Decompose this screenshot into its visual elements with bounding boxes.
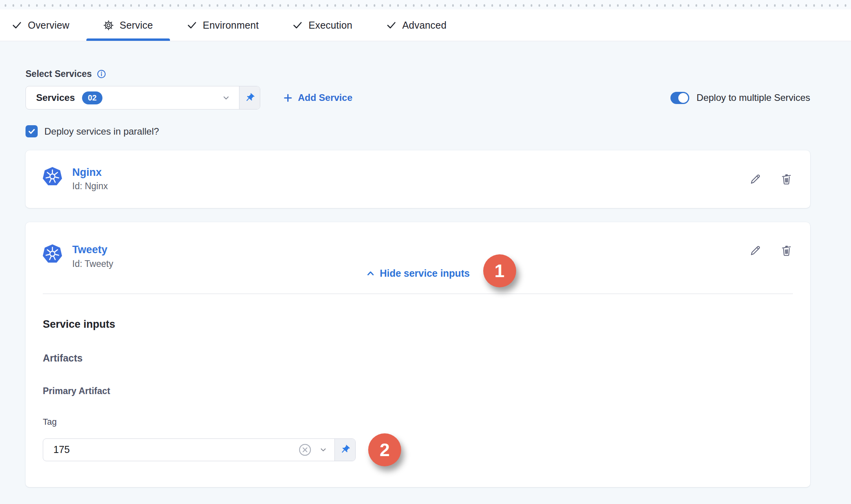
pin-icon — [245, 93, 255, 103]
tag-label: Tag — [43, 417, 793, 427]
service-name-link[interactable]: Tweety — [72, 244, 113, 256]
tab-label: Service — [120, 20, 153, 31]
delete-trash-icon[interactable] — [780, 244, 793, 257]
pin-icon — [340, 444, 351, 455]
delete-trash-icon[interactable] — [780, 173, 793, 186]
annotation-marker-2: 2 — [368, 433, 401, 466]
tab-execution[interactable]: Execution — [276, 9, 369, 41]
chevron-down-icon[interactable] — [318, 445, 328, 455]
service-card-nginx: Nginx Id: Nginx — [26, 150, 810, 208]
service-card-tweety: Tweety Id: Tweety — [26, 222, 810, 487]
deploy-multiple-services-label: Deploy to multiple Services — [697, 92, 810, 103]
tab-label: Environment — [203, 20, 259, 31]
add-service-button[interactable]: Add Service — [283, 92, 352, 103]
tag-input[interactable] — [47, 444, 292, 455]
edit-pencil-icon[interactable] — [749, 244, 762, 257]
info-icon[interactable] — [97, 69, 106, 79]
plus-icon — [283, 93, 293, 103]
tab-label: Overview — [28, 20, 69, 31]
check-icon — [27, 127, 36, 135]
tab-advanced[interactable]: Advanced — [369, 9, 464, 41]
card-divider — [43, 294, 793, 294]
tab-overview[interactable]: Overview — [12, 9, 86, 41]
tab-label: Execution — [309, 20, 352, 31]
pin-runtime-input-button[interactable] — [334, 439, 355, 461]
select-services-label: Select Services — [26, 69, 92, 79]
gear-icon — [103, 20, 114, 31]
stage-tabbar: Overview Service Environment Execution — [0, 9, 851, 41]
add-service-label: Add Service — [298, 92, 352, 103]
hide-service-inputs-label: Hide service inputs — [380, 268, 469, 279]
annotation-marker-1: 1 — [483, 254, 516, 287]
deploy-parallel-checkbox[interactable] — [26, 125, 38, 137]
hide-service-inputs-link[interactable]: Hide service inputs — [366, 268, 469, 279]
clear-input-icon[interactable] — [298, 443, 312, 457]
check-icon — [12, 20, 22, 30]
check-icon — [292, 20, 303, 30]
deploy-parallel-label: Deploy services in parallel? — [44, 126, 159, 137]
services-dropdown-value: Services — [36, 92, 75, 103]
tab-label: Advanced — [402, 20, 447, 31]
deploy-multiple-services-toggle[interactable] — [670, 92, 689, 104]
services-count-badge: 02 — [82, 91, 102, 104]
services-multiselect-value-area[interactable]: Services 02 — [26, 86, 239, 109]
tab-environment[interactable]: Environment — [170, 9, 276, 41]
service-name-link[interactable]: Nginx — [72, 167, 108, 179]
artifacts-title: Artifacts — [43, 352, 793, 364]
toggle-knob — [678, 93, 688, 103]
check-icon — [187, 20, 197, 30]
tag-input-group — [43, 438, 356, 461]
tab-service[interactable]: Service — [86, 9, 170, 41]
chevron-down-icon[interactable] — [221, 93, 231, 103]
chevron-up-icon — [366, 269, 375, 278]
pin-runtime-input-button[interactable] — [239, 86, 260, 109]
primary-artifact-title: Primary Artifact — [43, 386, 793, 396]
service-tab-content: Select Services Services 02 — [0, 69, 851, 487]
pipeline-canvas-dotted-strip — [0, 0, 851, 9]
service-inputs-title: Service inputs — [43, 318, 793, 331]
service-id-text: Id: Nginx — [72, 181, 108, 192]
services-multiselect[interactable]: Services 02 — [26, 86, 260, 110]
kubernetes-icon — [43, 167, 62, 186]
check-icon — [386, 20, 396, 30]
kubernetes-icon — [43, 244, 62, 263]
edit-pencil-icon[interactable] — [749, 173, 762, 186]
